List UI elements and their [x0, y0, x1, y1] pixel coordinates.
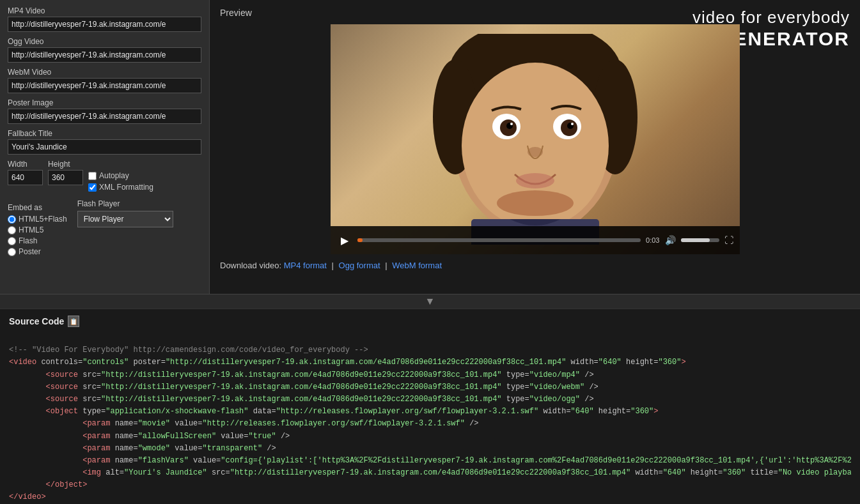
- fullscreen-button[interactable]: ⛶: [724, 235, 733, 245]
- embed-section: Embed as HTML5+Flash HTML5 Flash Poster: [8, 203, 67, 258]
- left-panel: MP4 Video Ogg Video WebM Video Poster Im…: [0, 0, 210, 294]
- copy-icon[interactable]: 📋: [68, 316, 79, 327]
- flash-player-label: Flash Player: [77, 199, 173, 208]
- code-line-3: <source src="http://distilleryvesper7-19…: [46, 383, 598, 392]
- embed-flash-row: Embed as HTML5+Flash HTML5 Flash Poster …: [8, 199, 201, 258]
- code-line-9: <param name="flashVars" value="config={'…: [82, 456, 851, 465]
- video-controls: ▶ 0:03 🔊 ⛶: [331, 226, 740, 254]
- embed-flash-row[interactable]: Flash: [8, 236, 67, 245]
- embed-html5-row[interactable]: HTML5: [8, 225, 67, 234]
- code-line-8: <param name="wmode" value="transparent" …: [82, 444, 276, 453]
- video-thumbnail: [331, 24, 740, 254]
- code-line-2: <source src="http://distilleryvesper7-19…: [46, 370, 594, 379]
- video-container: ▶ 0:03 🔊 ⛶: [331, 24, 740, 254]
- volume-fill: [681, 238, 710, 242]
- height-label: Height: [48, 160, 83, 169]
- width-input[interactable]: [8, 170, 43, 185]
- xml-checkbox-row[interactable]: XML Formatting: [88, 183, 153, 192]
- fallback-input[interactable]: [8, 139, 201, 155]
- mp4-input[interactable]: [8, 17, 201, 32]
- autoplay-label: Autoplay: [99, 171, 129, 180]
- play-button[interactable]: ▶: [337, 233, 352, 248]
- ogg-input[interactable]: [8, 47, 201, 63]
- autoplay-checkbox[interactable]: [88, 172, 97, 180]
- embed-flash-radio[interactable]: [8, 237, 16, 245]
- dimensions-row: Width Height Autoplay XML Formatting: [8, 160, 201, 194]
- embed-html5flash-radio[interactable]: [8, 215, 16, 224]
- progress-fill: [357, 238, 363, 242]
- flash-player-select[interactable]: Flow Player JW Player: [77, 211, 173, 227]
- xml-checkbox[interactable]: [88, 183, 97, 192]
- code-line-10: <img alt="Youri's Jaundice" src="http://…: [82, 468, 851, 477]
- poster-input[interactable]: [8, 109, 201, 124]
- svg-point-11: [510, 123, 513, 125]
- embed-flash-label: Flash: [19, 236, 37, 245]
- separator2: |: [385, 261, 387, 270]
- source-section: Source Code 📋 <!-- "Video For Everybody"…: [0, 309, 860, 504]
- right-panel: video for everybody GENERATOR Preview: [210, 0, 860, 294]
- volume-bar[interactable]: [681, 238, 719, 242]
- webm-field-group: WebM Video: [8, 68, 201, 93]
- download-links: Download video: MP4 format | Ogg format …: [220, 261, 850, 270]
- mp4-download-link[interactable]: MP4 format: [284, 261, 327, 270]
- webm-download-link[interactable]: WebM format: [392, 261, 442, 270]
- poster-label: Poster Image: [8, 98, 201, 107]
- volume-icon[interactable]: 🔊: [665, 235, 676, 245]
- poster-field-group: Poster Image: [8, 98, 201, 124]
- time-display: 0:03: [646, 236, 659, 244]
- arrow-down-icon: ▼: [425, 296, 435, 307]
- source-header: Source Code 📋: [9, 316, 851, 327]
- mp4-label: MP4 Video: [8, 6, 201, 15]
- height-group: Height: [48, 160, 83, 185]
- autoplay-checkbox-row[interactable]: Autoplay: [88, 171, 153, 180]
- width-group: Width: [8, 160, 43, 185]
- code-line-1: <video controls="controls" poster="http:…: [9, 358, 686, 367]
- height-input[interactable]: [48, 170, 83, 185]
- embed-poster-radio[interactable]: [8, 248, 16, 256]
- width-label: Width: [8, 160, 43, 169]
- xml-label: XML Formatting: [99, 183, 153, 192]
- svg-point-12: [571, 123, 574, 125]
- source-title: Source Code: [9, 316, 64, 326]
- embed-poster-label: Poster: [19, 247, 41, 256]
- download-label: Download video:: [220, 261, 281, 270]
- embed-html5flash-row[interactable]: HTML5+Flash: [8, 215, 67, 224]
- svg-point-14: [516, 173, 554, 188]
- divider: ▼: [0, 294, 860, 309]
- embed-as-label: Embed as: [8, 203, 67, 212]
- face-svg: [420, 34, 650, 245]
- embed-html5flash-label: HTML5+Flash: [19, 215, 67, 224]
- code-line-11: </object>: [46, 480, 88, 489]
- mp4-field-group: MP4 Video: [8, 6, 201, 32]
- code-line-12: </video>: [9, 493, 46, 501]
- fallback-field-group: Fallback Title: [8, 129, 201, 155]
- fallback-label: Fallback Title: [8, 129, 201, 138]
- flash-player-section: Flash Player Flow Player JW Player: [77, 199, 173, 258]
- code-block: <!-- "Video For Everybody" http://camend…: [9, 332, 851, 504]
- code-line-5: <object type="application/x-shockwave-fl…: [46, 407, 659, 416]
- separator1: |: [332, 261, 334, 270]
- ogg-field-group: Ogg Video: [8, 37, 201, 63]
- checkboxes-group: Autoplay XML Formatting: [88, 160, 153, 194]
- ogg-label: Ogg Video: [8, 37, 201, 46]
- code-line-4: <source src="http://distilleryvesper7-19…: [46, 395, 594, 404]
- code-line-7: <param name="allowFullScreen" value="tru…: [82, 432, 290, 441]
- code-line-6: <param name="movie" value="http://releas…: [82, 419, 478, 428]
- ogg-download-link[interactable]: Ogg format: [339, 261, 380, 270]
- progress-bar[interactable]: [357, 238, 641, 242]
- embed-html5-label: HTML5: [19, 225, 43, 234]
- webm-input[interactable]: [8, 78, 201, 93]
- embed-poster-row[interactable]: Poster: [8, 247, 67, 256]
- code-line-comment: <!-- "Video For Everybody" http://camend…: [9, 346, 368, 355]
- svg-point-15: [497, 190, 574, 216]
- embed-html5-radio[interactable]: [8, 226, 16, 234]
- webm-label: WebM Video: [8, 68, 201, 77]
